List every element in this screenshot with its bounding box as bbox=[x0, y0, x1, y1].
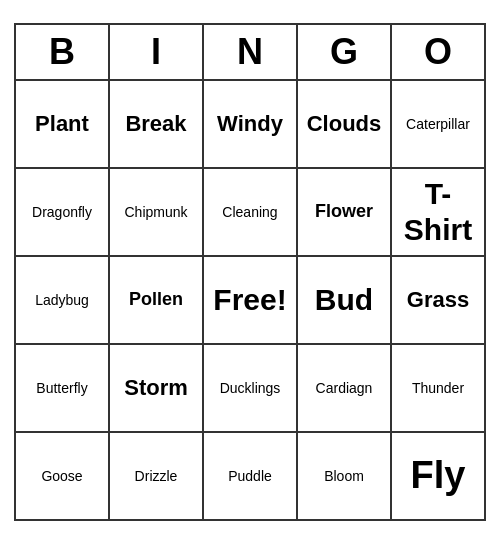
cell-1-1: Chipmunk bbox=[109, 168, 203, 256]
cell-2-3: Bud bbox=[297, 256, 391, 344]
cell-1-0: Dragonfly bbox=[15, 168, 109, 256]
cell-text-2-3: Bud bbox=[302, 282, 386, 318]
cell-text-2-1: Pollen bbox=[114, 289, 198, 311]
cell-text-4-3: Bloom bbox=[302, 468, 386, 485]
cell-3-3: Cardiagn bbox=[297, 344, 391, 432]
col-header-i: I bbox=[109, 24, 203, 80]
cell-text-1-4: T-Shirt bbox=[396, 176, 480, 248]
cell-text-1-1: Chipmunk bbox=[114, 204, 198, 221]
cell-text-0-0: Plant bbox=[20, 111, 104, 137]
cell-text-1-3: Flower bbox=[302, 201, 386, 223]
cell-2-1: Pollen bbox=[109, 256, 203, 344]
cell-3-1: Storm bbox=[109, 344, 203, 432]
bingo-grid: BINGO PlantBreakWindyCloudsCaterpillarDr… bbox=[14, 23, 486, 521]
cell-2-2: Free! bbox=[203, 256, 297, 344]
grid-row-4: GooseDrizzlePuddleBloomFly bbox=[15, 432, 485, 520]
col-header-g: G bbox=[297, 24, 391, 80]
cell-text-4-0: Goose bbox=[20, 468, 104, 485]
cell-4-1: Drizzle bbox=[109, 432, 203, 520]
col-header-b: B bbox=[15, 24, 109, 80]
cell-text-2-0: Ladybug bbox=[20, 292, 104, 309]
grid-row-3: ButterflyStormDucklingsCardiagnThunder bbox=[15, 344, 485, 432]
cell-text-3-1: Storm bbox=[114, 375, 198, 401]
cell-text-0-3: Clouds bbox=[302, 111, 386, 137]
cell-1-4: T-Shirt bbox=[391, 168, 485, 256]
cell-text-4-1: Drizzle bbox=[114, 468, 198, 485]
cell-0-4: Caterpillar bbox=[391, 80, 485, 168]
cell-2-0: Ladybug bbox=[15, 256, 109, 344]
cell-3-4: Thunder bbox=[391, 344, 485, 432]
cell-4-4: Fly bbox=[391, 432, 485, 520]
grid-row-2: LadybugPollenFree!BudGrass bbox=[15, 256, 485, 344]
cell-text-3-2: Ducklings bbox=[208, 380, 292, 397]
cell-3-2: Ducklings bbox=[203, 344, 297, 432]
cell-text-2-2: Free! bbox=[208, 282, 292, 318]
cell-text-4-2: Puddle bbox=[208, 468, 292, 485]
col-header-o: O bbox=[391, 24, 485, 80]
header-row: BINGO bbox=[15, 24, 485, 80]
cell-text-4-4: Fly bbox=[396, 453, 480, 499]
cell-4-2: Puddle bbox=[203, 432, 297, 520]
cell-0-0: Plant bbox=[15, 80, 109, 168]
cell-3-0: Butterfly bbox=[15, 344, 109, 432]
cell-text-1-0: Dragonfly bbox=[20, 204, 104, 221]
cell-1-3: Flower bbox=[297, 168, 391, 256]
cell-text-3-0: Butterfly bbox=[20, 380, 104, 397]
cell-1-2: Cleaning bbox=[203, 168, 297, 256]
cell-4-0: Goose bbox=[15, 432, 109, 520]
cell-text-0-2: Windy bbox=[208, 111, 292, 137]
cell-text-3-4: Thunder bbox=[396, 380, 480, 397]
cell-2-4: Grass bbox=[391, 256, 485, 344]
cell-text-0-4: Caterpillar bbox=[396, 116, 480, 133]
grid-row-0: PlantBreakWindyCloudsCaterpillar bbox=[15, 80, 485, 168]
cell-4-3: Bloom bbox=[297, 432, 391, 520]
col-header-n: N bbox=[203, 24, 297, 80]
cell-text-1-2: Cleaning bbox=[208, 204, 292, 221]
grid-row-1: DragonflyChipmunkCleaningFlowerT-Shirt bbox=[15, 168, 485, 256]
cell-text-2-4: Grass bbox=[396, 287, 480, 313]
cell-text-0-1: Break bbox=[114, 111, 198, 137]
cell-0-2: Windy bbox=[203, 80, 297, 168]
cell-0-1: Break bbox=[109, 80, 203, 168]
cell-text-3-3: Cardiagn bbox=[302, 380, 386, 397]
cell-0-3: Clouds bbox=[297, 80, 391, 168]
